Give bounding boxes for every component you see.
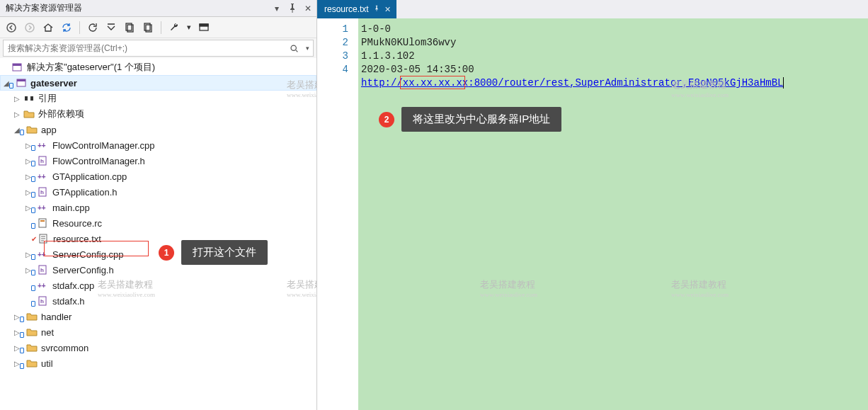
lock-icon	[31, 192, 35, 198]
line-gutter: 1 2 3 4	[317, 18, 358, 410]
solution-node[interactable]: ▷ 解决方案"gateserver"(1 个项目)	[0, 59, 316, 75]
lock-icon	[31, 285, 35, 291]
folder-label: net	[40, 327, 54, 338]
pin-icon[interactable]	[287, 3, 298, 14]
file-node[interactable]: ▷ ++ FlowControlManager.cpp	[0, 137, 316, 153]
panel-header: 解决方案资源管理器 ▾ ✕	[0, 0, 316, 17]
tab-strip: resource.txt ✕	[317, 0, 868, 18]
file-node[interactable]: ▷ ++ GTApplication.cpp	[0, 169, 316, 184]
file-label: GTApplication.h	[51, 187, 118, 198]
code-area[interactable]: 1-0-0 PMukN0KUlom36wvy 1.1.3.102 2020-03…	[358, 18, 868, 410]
lock-icon	[31, 176, 35, 182]
line-number: 1	[317, 23, 348, 36]
solution-tree[interactable]: ▷ 解决方案"gateserver"(1 个项目) ◢ gateserver ▷…	[0, 58, 316, 410]
back-button[interactable]	[3, 19, 20, 36]
search-dropdown-icon[interactable]: ▾	[302, 45, 313, 52]
folder-label: app	[40, 125, 57, 135]
svg-rect-11	[13, 64, 21, 66]
svg-text:++: ++	[38, 142, 46, 149]
panel-title: 解决方案资源管理器	[6, 2, 267, 14]
close-icon[interactable]: ✕	[302, 3, 314, 14]
lock-icon	[31, 270, 35, 275]
file-node[interactable]: ▷ h GTApplication.h	[0, 184, 316, 200]
folder-icon	[25, 326, 38, 338]
svg-text:++: ++	[38, 282, 46, 290]
file-label: stdafx.h	[51, 296, 85, 307]
cpp-icon: ++	[37, 139, 50, 151]
file-label: FlowControlManager.h	[51, 156, 145, 166]
svg-text:++: ++	[38, 173, 46, 181]
project-label: gateserver	[29, 78, 77, 89]
tab-label: resource.txt	[324, 4, 369, 14]
solution-label: 解决方案"gateserver"(1 个项目)	[25, 61, 155, 74]
forward-button[interactable]	[21, 19, 38, 36]
close-tab-icon[interactable]: ✕	[384, 5, 391, 14]
text-editor[interactable]: 1 2 3 4 1-0-0 PMukN0KUlom36wvy 1.1.3.102…	[317, 18, 868, 410]
pin-icon[interactable]	[373, 4, 380, 14]
lock-icon	[31, 254, 35, 260]
svg-rect-32	[376, 9, 377, 11]
toolbar-separator	[161, 21, 161, 34]
lock-icon	[31, 207, 35, 213]
util-folder[interactable]: ▷ util	[0, 355, 316, 371]
references-node[interactable]: ▷ 引用	[0, 91, 316, 106]
svg-text:++: ++	[38, 204, 46, 212]
h-icon: h	[37, 295, 50, 307]
refresh-button[interactable]	[84, 19, 101, 36]
svg-text:h: h	[40, 189, 44, 195]
svg-text:++: ++	[38, 251, 46, 258]
annotation-badge: 1	[159, 245, 174, 261]
project-node[interactable]: ◢ gateserver	[0, 75, 316, 91]
lock-icon	[20, 348, 24, 353]
tab-resource-txt[interactable]: resource.txt ✕	[317, 0, 396, 18]
show-all-button[interactable]	[121, 19, 138, 36]
file-label: FlowControlManager.cpp	[51, 140, 155, 151]
svg-rect-23	[39, 219, 46, 227]
net-folder[interactable]: ▷ net	[0, 324, 316, 340]
cpp-icon: ++	[37, 249, 50, 260]
search-icon[interactable]	[286, 44, 302, 53]
collapse-button[interactable]	[103, 19, 120, 36]
lock-icon	[31, 161, 35, 166]
url-text: http://xx.xx.xx.xx:8000/router/rest,Supe…	[361, 77, 784, 89]
sync-button[interactable]	[58, 19, 75, 36]
svrcommon-folder[interactable]: ▷ svrcommon	[0, 340, 316, 355]
cpp-icon: ++	[37, 202, 50, 213]
svg-point-9	[291, 45, 296, 50]
more-button[interactable]: ▾	[184, 19, 194, 36]
svg-rect-8	[200, 24, 208, 26]
app-folder[interactable]: ◢ app	[0, 122, 316, 137]
code-line: http://xx.xx.xx.xx:8000/router/rest,Supe…	[361, 76, 865, 90]
home-button[interactable]	[40, 19, 57, 36]
svg-rect-24	[40, 220, 45, 222]
expand-icon[interactable]: ▷	[11, 93, 23, 104]
references-label: 引用	[37, 92, 57, 105]
external-deps-node[interactable]: ▷ 外部依赖项	[0, 106, 316, 122]
file-node[interactable]: ▷ h FlowControlManager.h	[0, 153, 316, 169]
handler-folder[interactable]: ▷ handler	[0, 309, 316, 324]
panel-menu-icon[interactable]: ▾	[271, 3, 282, 14]
file-node[interactable]: ▷ ++ stdafx.cpp	[0, 278, 316, 293]
solution-explorer-panel: 解决方案资源管理器 ▾ ✕ ▾ ▾ ▷ 解决方案"gateserver"(1 个	[0, 0, 317, 410]
h-icon: h	[37, 264, 50, 275]
file-label: GTApplication.cpp	[51, 171, 127, 182]
properties-button[interactable]	[139, 19, 156, 36]
file-node[interactable]: ▷ Resource.rc	[0, 215, 316, 231]
file-node[interactable]: ▷ ++ main.cpp	[0, 200, 316, 215]
search-box[interactable]: ▾	[3, 40, 314, 57]
svg-text:h: h	[40, 298, 44, 304]
code-line: 1.1.3.102	[361, 50, 865, 63]
search-input[interactable]	[4, 43, 286, 53]
lock-icon	[9, 83, 13, 89]
resource-icon	[37, 217, 50, 229]
editor-pane: resource.txt ✕ 1 2 3 4 1-0-0 PMukN0KUlom…	[317, 0, 868, 410]
wrench-button[interactable]	[166, 19, 183, 36]
svg-text:h: h	[40, 158, 44, 164]
toolbar: ▾	[0, 17, 316, 38]
folder-icon	[25, 311, 38, 322]
expand-icon[interactable]: ▷	[11, 108, 23, 120]
preview-button[interactable]	[195, 19, 212, 36]
annotation-callout-1: 1 打开这个文件	[159, 240, 268, 265]
file-node[interactable]: ▷ h stdafx.h	[0, 293, 316, 309]
cpp-icon: ++	[37, 171, 50, 182]
